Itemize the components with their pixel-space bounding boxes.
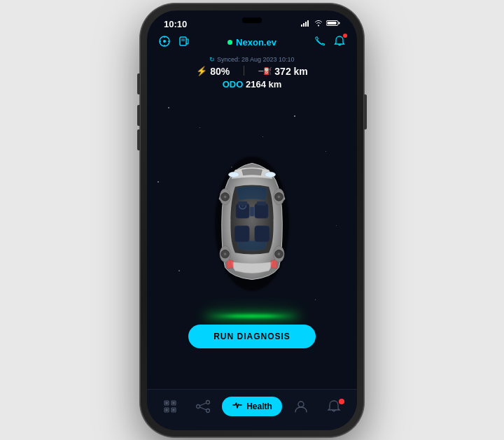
- range-value: 372 km: [274, 66, 307, 77]
- svg-point-43: [165, 409, 168, 411]
- battery-value: 80%: [210, 66, 230, 77]
- svg-rect-25: [238, 201, 247, 206]
- svg-rect-21: [255, 225, 270, 241]
- battery-stat: ⚡ 80%: [196, 66, 230, 77]
- phone-frame: 10:10: [140, 3, 364, 437]
- svg-rect-0: [301, 24, 302, 27]
- svg-point-16: [228, 171, 239, 177]
- svg-point-50: [206, 400, 210, 404]
- sync-label: Synced:: [217, 56, 240, 63]
- sync-text: ↻ Synced: 28 Aug 2023 10:10: [147, 56, 357, 63]
- svg-rect-20: [234, 225, 249, 241]
- svg-rect-14: [181, 38, 185, 41]
- svg-rect-3: [307, 20, 309, 27]
- svg-point-40: [278, 253, 281, 255]
- sync-icon: ↻: [209, 56, 215, 63]
- svg-point-8: [163, 40, 166, 43]
- svg-rect-26: [257, 201, 266, 206]
- svg-point-36: [278, 195, 281, 198]
- svg-point-38: [224, 253, 227, 255]
- car-name: Nexon.ev: [236, 37, 276, 48]
- status-bar: 10:10: [147, 10, 357, 32]
- svg-rect-1: [303, 23, 304, 27]
- sync-time-value: 10:10: [279, 56, 295, 63]
- car-container: RUN DIAGNOSIS: [188, 133, 316, 348]
- tab-connect[interactable]: [189, 399, 217, 414]
- svg-point-42: [172, 402, 175, 404]
- call-icon[interactable]: [314, 35, 326, 50]
- range-stat: ─⛽ 372 km: [258, 66, 308, 77]
- svg-rect-6: [328, 22, 337, 24]
- tab-alerts[interactable]: [320, 399, 348, 414]
- stats-row: ⚡ 80% ─⛽ 372 km: [147, 66, 357, 77]
- svg-point-51: [206, 409, 210, 412]
- run-diagnosis-button[interactable]: RUN DIAGNOSIS: [188, 325, 316, 348]
- nav-center: Nexon.ev: [227, 37, 276, 48]
- tab-bar: Health: [147, 389, 357, 430]
- wifi-icon: [314, 19, 323, 29]
- svg-rect-19: [255, 203, 268, 218]
- svg-point-41: [165, 402, 168, 404]
- svg-point-17: [265, 171, 275, 177]
- fuel-icon[interactable]: [178, 35, 190, 50]
- battery-stat-icon: ⚡: [196, 66, 207, 76]
- connection-status-dot: [227, 40, 232, 45]
- status-time: 10:10: [164, 19, 187, 29]
- nav-left-icons: [158, 35, 190, 50]
- phone-screen: 10:10: [147, 10, 357, 430]
- signal-icon: [301, 20, 311, 28]
- car-visualization-area: RUN DIAGNOSIS: [147, 92, 357, 389]
- odo-label: ODO: [223, 79, 244, 90]
- svg-line-52: [200, 403, 206, 406]
- odo-value: 2164 km: [246, 79, 281, 90]
- tab-health-label: Health: [246, 402, 272, 411]
- tab-health-active[interactable]: Health: [222, 397, 282, 416]
- status-icons: [301, 19, 340, 29]
- svg-line-53: [200, 407, 206, 410]
- battery-icon: [326, 19, 340, 29]
- car-glow-indicator: [203, 315, 301, 318]
- tab-home[interactable]: [156, 399, 184, 414]
- info-section: ↻ Synced: 28 Aug 2023 10:10 ⚡ 80% ─⛽ 372…: [147, 55, 357, 92]
- notification-icon[interactable]: [333, 35, 346, 50]
- tab-profile[interactable]: [287, 399, 315, 414]
- svg-point-54: [298, 402, 304, 407]
- svg-rect-5: [339, 22, 340, 24]
- nav-right-icons: [314, 35, 346, 50]
- svg-rect-22: [250, 206, 254, 215]
- sync-date: 28 Aug 2023: [241, 56, 277, 63]
- odo-row: ODO 2164 km: [147, 79, 357, 90]
- svg-rect-2: [305, 22, 307, 27]
- svg-point-49: [197, 404, 200, 408]
- location-icon[interactable]: [158, 35, 171, 50]
- top-nav: Nexon.ev: [147, 32, 357, 55]
- svg-point-34: [224, 195, 227, 198]
- range-stat-icon: ─⛽: [258, 67, 272, 75]
- svg-point-44: [172, 409, 175, 411]
- car-image: [196, 133, 308, 311]
- stat-divider: [244, 66, 244, 76]
